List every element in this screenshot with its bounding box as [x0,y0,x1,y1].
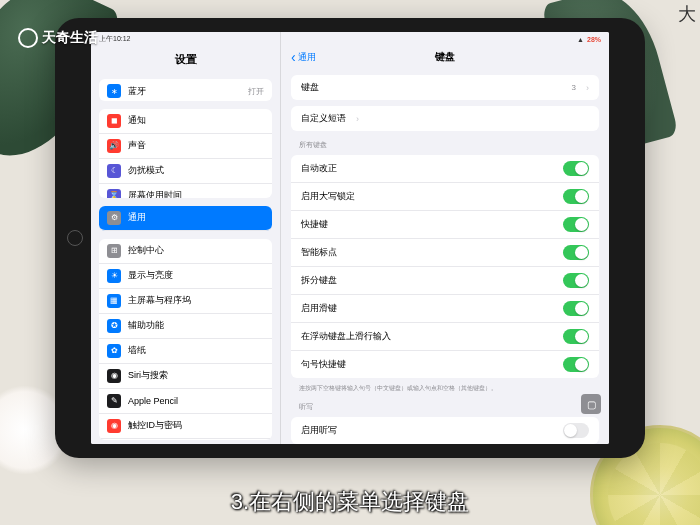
sidebar-item-label: 主屏幕与程序坞 [128,294,191,307]
general-icon: ⚙ [107,211,121,225]
sidebar-item-label: 蓝牙 [128,85,146,98]
sidebar-item-label: Siri与搜索 [128,369,168,382]
sidebar-item-pencil[interactable]: ✎Apple Pencil [99,389,272,414]
row-label: 智能标点 [301,246,337,259]
sidebar-item-sounds[interactable]: 🔊声音 [99,134,272,159]
toggle-switch[interactable] [563,273,589,288]
toggle-capslock[interactable]: 启用大写锁定 [291,183,599,211]
toggle-switch[interactable] [563,245,589,260]
battery-indicator: 28% [587,36,601,43]
sidebar-title: 设置 [91,46,280,75]
toggle-slide[interactable]: 启用滑键 [291,295,599,323]
toggle-smartpunct[interactable]: 智能标点 [291,239,599,267]
toggle-autocorrect[interactable]: 自动改正 [291,155,599,183]
bluetooth-icon: ∗ [107,84,121,98]
sidebar-item-dnd[interactable]: ☾勿扰模式 [99,159,272,184]
text-replacement-row[interactable]: 自定义短语 › [291,106,599,131]
sidebar-item-general[interactable]: ⚙ 通用 [99,206,272,231]
sidebar-item-label: 辅助功能 [128,319,164,332]
row-label: 自动改正 [301,162,337,175]
row-label: 拆分键盘 [301,274,337,287]
sidebar-item-label: Apple Pencil [128,396,178,406]
accessibility-icon: ✪ [107,319,121,333]
overlay-char: 大 [678,2,696,26]
row-label: 键盘 [301,81,319,94]
row-label: 启用听写 [301,424,337,437]
status-bar: 上午10:12 ▲ 28% [91,32,609,46]
sidebar-item-label: 墙纸 [128,344,146,357]
back-button[interactable]: 通用 [291,50,316,64]
screen: 上午10:12 ▲ 28% 设置 ∗ 蓝牙 打开 ◼通知 🔊声音 ☾勿扰模式 ⌛… [91,32,609,444]
sidebar-item-label: 声音 [128,139,146,152]
sidebar-item-display[interactable]: ☀显示与亮度 [99,264,272,289]
chevron-right-icon: › [586,83,589,93]
display-icon: ☀ [107,269,121,283]
notifications-icon: ◼ [107,114,121,128]
sidebar-item-label: 控制中心 [128,244,164,257]
wallpaper-icon: ✿ [107,344,121,358]
row-label: 快捷键 [301,218,328,231]
pencil-icon: ✎ [107,394,121,408]
siri-icon: ◉ [107,369,121,383]
row-value: 3 [572,83,576,92]
sidebar-item-battery[interactable]: ▮电池 [99,439,272,440]
watermark-logo: 天奇生活 [18,28,98,48]
row-label: 在浮动键盘上滑行输入 [301,330,391,343]
main-header: 通用 键盘 [281,46,609,72]
sidebar-item-wallpaper[interactable]: ✿墙纸 [99,339,272,364]
toggle-switch[interactable] [563,423,589,438]
sidebar-item-homescreen[interactable]: ▦主屏幕与程序坞 [99,289,272,314]
homescreen-icon: ▦ [107,294,121,308]
sidebar-item-siri[interactable]: ◉Siri与搜索 [99,364,272,389]
sidebar-item-notifications[interactable]: ◼通知 [99,109,272,134]
sounds-icon: 🔊 [107,139,121,153]
row-label: 启用滑键 [301,302,337,315]
sidebar-item-touchid[interactable]: ◉触控ID与密码 [99,414,272,439]
sidebar-item-label: 屏幕使用时间 [128,189,182,198]
main-panel: 通用 键盘 键盘 3 › 自定义短语 › 所有键盘 自动改正 启用大写锁定 [281,32,609,444]
toggles-group: 自动改正 启用大写锁定 快捷键 智能标点 拆分键盘 启用滑键 在浮动键盘上滑行输… [291,155,599,378]
instruction-caption: 3.在右侧的菜单选择键盘 [231,487,469,517]
toggle-dictation[interactable]: 启用听写 [291,417,599,444]
toggle-floatslide[interactable]: 在浮动键盘上滑行输入 [291,323,599,351]
home-button[interactable] [67,230,83,246]
sidebar-item-value: 打开 [248,86,264,97]
sidebar-item-screentime[interactable]: ⌛屏幕使用时间 [99,184,272,198]
toggle-shortcuts[interactable]: 快捷键 [291,211,599,239]
sidebar-item-label: 通知 [128,114,146,127]
sidebar-item-control-center[interactable]: ⊞控制中心 [99,239,272,264]
toggle-switch[interactable] [563,301,589,316]
settings-sidebar: 设置 ∗ 蓝牙 打开 ◼通知 🔊声音 ☾勿扰模式 ⌛屏幕使用时间 ⚙ 通用 ⊞控… [91,32,281,444]
footer-note: 连按两下空格键将输入句号（中文键盘）或输入句点和空格（其他键盘）。 [281,381,609,396]
toggle-switch[interactable] [563,217,589,232]
toggle-switch[interactable] [563,329,589,344]
section-label: 所有键盘 [281,134,609,152]
section-label-dictation: 听写 [281,396,609,414]
toggle-switch[interactable] [563,189,589,204]
screentime-icon: ⌛ [107,189,121,198]
toggle-splitkbd[interactable]: 拆分键盘 [291,267,599,295]
touchid-icon: ◉ [107,419,121,433]
dnd-icon: ☾ [107,164,121,178]
sidebar-item-label: 通用 [128,211,146,224]
keyboards-row[interactable]: 键盘 3 › [291,75,599,100]
toggle-period[interactable]: 句号快捷键 [291,351,599,378]
sidebar-item-label: 触控ID与密码 [128,419,182,432]
row-label: 启用大写锁定 [301,190,355,203]
sidebar-item-bluetooth[interactable]: ∗ 蓝牙 打开 [99,79,272,101]
row-label: 自定义短语 [301,112,346,125]
sidebar-item-label: 勿扰模式 [128,164,164,177]
sidebar-item-label: 显示与亮度 [128,269,173,282]
chevron-right-icon: › [356,114,359,124]
page-title: 键盘 [435,50,455,64]
toggle-switch[interactable] [563,357,589,372]
scroll-indicator[interactable]: ▢ [581,394,601,414]
control-center-icon: ⊞ [107,244,121,258]
toggle-switch[interactable] [563,161,589,176]
status-time: 上午10:12 [99,34,131,44]
wifi-icon: ▲ [577,36,584,43]
tablet-frame: 上午10:12 ▲ 28% 设置 ∗ 蓝牙 打开 ◼通知 🔊声音 ☾勿扰模式 ⌛… [55,18,645,458]
row-label: 句号快捷键 [301,358,346,371]
sidebar-item-accessibility[interactable]: ✪辅助功能 [99,314,272,339]
